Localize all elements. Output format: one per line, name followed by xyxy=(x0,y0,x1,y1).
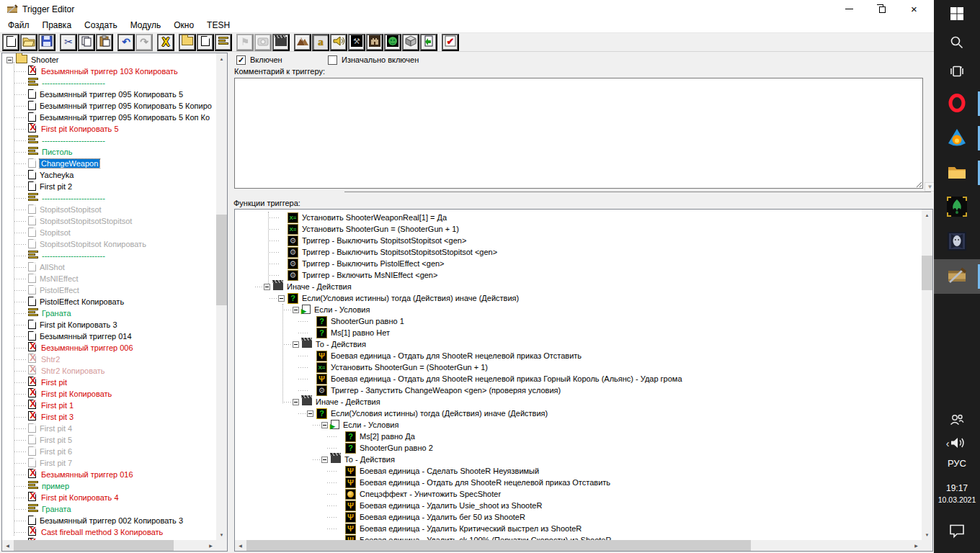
tree-item[interactable]: First pit 4 xyxy=(2,423,216,434)
function-row[interactable]: X=Установить ShooterGun = (ShooterGun + … xyxy=(235,223,922,235)
tree-item[interactable]: First pit 5 xyxy=(2,434,216,446)
terrain-editor-button[interactable] xyxy=(294,34,311,51)
tree-horizontal-scrollbar[interactable]: ◀ ▶ xyxy=(2,540,216,551)
tree-item[interactable]: Yacheyka xyxy=(2,169,216,181)
tree-item[interactable]: ChangeWeapon xyxy=(2,158,216,169)
tree-item[interactable]: XБезымянный триггер 103 Копировать xyxy=(2,66,216,77)
tree-item[interactable]: Stopitsot xyxy=(2,227,216,238)
function-row[interactable]: ΨБоевая единица - Удалить Критический вы… xyxy=(235,523,922,534)
collapse-icon[interactable] xyxy=(307,410,313,417)
tree-item[interactable]: Безымянный триггер 095 Копировать 5 xyxy=(2,89,216,100)
new-trigger-button[interactable] xyxy=(197,34,214,51)
collapse-icon[interactable] xyxy=(278,295,285,302)
copy-button[interactable] xyxy=(78,34,95,51)
tree-item[interactable]: ------------------------ xyxy=(2,135,216,146)
initially-on-checkbox[interactable] xyxy=(328,55,337,65)
scrollbar-thumb[interactable] xyxy=(922,256,932,290)
warcraft3-game-taskbar-button[interactable] xyxy=(934,225,980,259)
function-row[interactable]: Спецэффект - Уничтожить SpecShoter xyxy=(235,488,922,500)
function-row[interactable]: ΨБоевая единица - Удалить ck 100% (Перча… xyxy=(235,534,922,540)
scroll-left-icon[interactable]: ◀ xyxy=(235,540,246,551)
panel-splitter[interactable] xyxy=(344,192,931,192)
close-button[interactable]: × xyxy=(898,0,930,18)
tree-item[interactable]: Граната xyxy=(2,307,216,319)
function-row[interactable]: ?Ms[2] равно Да xyxy=(235,431,922,442)
collapse-icon[interactable] xyxy=(293,399,299,405)
clock-time[interactable]: 19:17 xyxy=(934,483,980,493)
tree-item[interactable]: StopitsotStopitsot xyxy=(2,204,216,215)
tree-item[interactable]: PistolEffect Копировать xyxy=(2,296,216,307)
collapse-icon[interactable] xyxy=(6,57,13,63)
function-row[interactable]: ΨБоевая единица - Удалить Usie_shoot из … xyxy=(235,500,922,511)
tree-item[interactable]: ------------------------ xyxy=(2,192,216,204)
media-app-taskbar-button[interactable] xyxy=(934,121,980,156)
tree-item[interactable]: StopitsotStopitsot Копировать xyxy=(2,238,216,250)
collapse-icon[interactable] xyxy=(293,341,299,348)
collapse-icon[interactable] xyxy=(321,422,328,428)
function-row[interactable]: Иначе - Действия xyxy=(235,281,922,292)
scroll-up-icon[interactable]: ▲ xyxy=(216,53,227,64)
explorer-taskbar-button[interactable] xyxy=(934,156,980,190)
tree-item[interactable]: XFirst pit Копировать 5 xyxy=(2,123,216,135)
scroll-right-icon[interactable]: ▶ xyxy=(911,540,922,551)
function-row[interactable]: То - Действия xyxy=(235,338,922,350)
new-comment-button[interactable] xyxy=(215,34,232,51)
object-manager-button[interactable] xyxy=(402,34,419,51)
tree-item[interactable]: ------------------------ xyxy=(2,77,216,89)
action-center-button[interactable] xyxy=(934,520,980,541)
function-row[interactable]: ⚙Триггер - Выключить StopitsotStopitsot … xyxy=(235,235,922,246)
function-row[interactable]: ?Если(Условия истинны) тогда (Действия) … xyxy=(235,292,922,304)
function-row[interactable]: ⚙Триггер - Выключить PistolEffect <gen> xyxy=(235,258,922,269)
enabled-checkbox[interactable]: ✓ xyxy=(236,55,246,65)
clock-date[interactable]: 10.03.2021 xyxy=(934,495,980,504)
menu-edit[interactable]: Правка xyxy=(36,19,79,32)
actions-button[interactable] xyxy=(272,34,290,51)
restore-button[interactable] xyxy=(865,0,898,18)
trigger-editor-button[interactable]: a xyxy=(312,34,329,51)
tree-item[interactable]: Безымянный триггер 095 Копировать 5 Копи… xyxy=(2,100,216,112)
function-row[interactable]: ?ShooterGun равно 2 xyxy=(235,442,922,454)
functions-horizontal-scrollbar[interactable]: ◀ ▶ xyxy=(235,540,922,551)
tree-item[interactable]: XБезымянный триггер 016 xyxy=(2,469,216,480)
tree-item[interactable]: XFirst pit 3 xyxy=(2,411,216,423)
minimize-button[interactable] xyxy=(833,0,865,18)
language-indicator[interactable]: РУС xyxy=(934,458,980,469)
menu-file[interactable]: Файл xyxy=(1,19,36,32)
tree-item[interactable]: First pit 2 xyxy=(2,181,216,192)
function-row[interactable]: ⚙Триггер - Включить MsNIEffect <gen> xyxy=(235,269,922,281)
object-editor-button[interactable]: ⚒ xyxy=(348,34,365,51)
volume-icon[interactable] xyxy=(949,436,968,451)
tree-item[interactable]: XFirst pit Копировать 4 xyxy=(2,492,216,503)
ai-editor-button[interactable] xyxy=(384,34,401,51)
search-taskbar-button[interactable] xyxy=(934,29,980,58)
new-map-button[interactable] xyxy=(2,34,19,51)
function-row[interactable]: ⚙Триггер - Выключить StopitsotStopitsotS… xyxy=(235,246,922,258)
undo-button[interactable]: ↶ xyxy=(117,34,135,51)
tree-item[interactable]: AllShot xyxy=(2,261,216,273)
function-row[interactable]: ?ShooterGun равно 1 xyxy=(235,315,922,327)
scroll-up-icon[interactable]: ▲ xyxy=(922,210,932,220)
function-row[interactable]: ΨБоевая единица - Отдать для ShooteR нец… xyxy=(235,477,922,488)
function-row[interactable]: ⚙Триггер - Запустить ChangeWeapon <gen> … xyxy=(235,385,922,396)
test-map-button[interactable]: ✔ xyxy=(442,34,459,51)
warcraft3-taskbar-button[interactable] xyxy=(934,190,980,225)
scroll-down-icon[interactable]: ▼ xyxy=(216,529,227,540)
new-category-button[interactable] xyxy=(179,34,196,51)
function-row[interactable]: ▶Если - Условия xyxy=(235,419,922,431)
function-row[interactable]: То - Действия xyxy=(235,454,922,465)
function-row[interactable]: X=Установить ShooterGun = (ShooterGun + … xyxy=(235,361,922,373)
tree-item[interactable]: PistolEffect xyxy=(2,284,216,296)
paste-button[interactable] xyxy=(96,34,113,51)
menu-tesh[interactable]: TESH xyxy=(200,19,236,32)
tree-item[interactable]: Граната xyxy=(2,503,216,515)
sound-editor-button[interactable] xyxy=(330,34,347,51)
tree-item[interactable]: ------------------------ xyxy=(2,250,216,261)
collapse-icon[interactable] xyxy=(264,284,270,290)
people-taskbar-button[interactable] xyxy=(934,409,980,431)
menu-module[interactable]: Модуль xyxy=(124,19,168,32)
delete-button[interactable]: X xyxy=(157,34,174,51)
menu-window[interactable]: Окно xyxy=(167,19,200,32)
collapse-icon[interactable] xyxy=(321,457,328,463)
scrollbar-thumb[interactable] xyxy=(14,540,174,551)
start-taskbar-button[interactable] xyxy=(934,0,980,29)
